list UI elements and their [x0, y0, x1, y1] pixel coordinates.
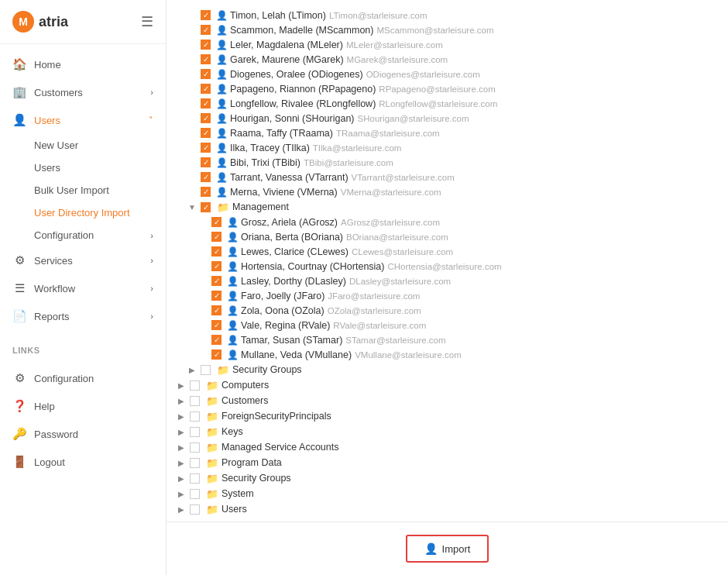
- check-diogenes[interactable]: ✓: [201, 69, 211, 79]
- expand-system[interactable]: ▶: [176, 488, 187, 499]
- folder-icon-management: 📁: [217, 201, 229, 213]
- expand-customers-folder[interactable]: ▶: [176, 395, 187, 406]
- check-computers[interactable]: [190, 380, 200, 391]
- check-oriana[interactable]: ✓: [211, 232, 221, 242]
- check-vale[interactable]: ✓: [211, 320, 221, 330]
- expand-diogenes[interactable]: [187, 69, 197, 80]
- sidebar-item-services-label: Services: [34, 255, 73, 267]
- check-timon[interactable]: ✓: [201, 10, 211, 20]
- tree-user-hortensia: ✓ 👤 Hortensia, Courtnay (CHortensia) CHo…: [176, 259, 719, 274]
- check-longfellow[interactable]: ✓: [201, 98, 211, 108]
- check-leler[interactable]: ✓: [201, 40, 211, 50]
- expand-program-data[interactable]: ▶: [176, 457, 187, 468]
- expand-hortensia[interactable]: [197, 261, 208, 272]
- sidebar-item-workflow[interactable]: ☰ Workflow ›: [0, 274, 166, 302]
- check-scammon[interactable]: ✓: [201, 25, 211, 35]
- check-papageno[interactable]: ✓: [201, 84, 211, 94]
- check-managed-service[interactable]: [190, 442, 200, 453]
- expand-longfellow[interactable]: [187, 98, 197, 109]
- customers-icon: 🏢: [12, 85, 26, 99]
- check-customers-folder[interactable]: [190, 396, 200, 406]
- logo-icon: M: [12, 11, 34, 33]
- check-security-groups[interactable]: [201, 365, 211, 375]
- sidebar-item-home[interactable]: 🏠 Home: [0, 50, 166, 78]
- expand-grosz[interactable]: [197, 217, 208, 228]
- check-bibi[interactable]: ✓: [201, 157, 211, 167]
- expand-lewes[interactable]: [197, 246, 208, 257]
- expand-papageno[interactable]: [187, 84, 197, 95]
- check-raama[interactable]: ✓: [201, 128, 211, 138]
- expand-faro[interactable]: [197, 291, 208, 301]
- check-hortensia[interactable]: ✓: [211, 261, 221, 271]
- tree-folder-system: ▶ 📁 System: [176, 486, 719, 501]
- expand-management[interactable]: ▼: [187, 201, 197, 212]
- sidebar-item-password[interactable]: 🔑 Password: [0, 420, 166, 448]
- sidebar-item-customers[interactable]: 🏢 Customers ›: [0, 78, 166, 106]
- check-lewes[interactable]: ✓: [211, 246, 221, 257]
- sub-nav-new-user[interactable]: New User: [0, 134, 166, 157]
- check-tamar[interactable]: ✓: [211, 335, 221, 345]
- user-icon-lasley: 👤: [227, 276, 239, 287]
- expand-vale[interactable]: [197, 320, 208, 331]
- import-button[interactable]: 👤 Import: [406, 535, 489, 563]
- hamburger-button[interactable]: ☰: [141, 13, 153, 30]
- check-zola[interactable]: ✓: [211, 305, 221, 315]
- expand-raama[interactable]: [187, 128, 197, 139]
- expand-keys[interactable]: ▶: [176, 426, 187, 437]
- expand-timon[interactable]: [187, 10, 197, 21]
- sidebar-item-services[interactable]: ⚙ Services ›: [0, 246, 166, 274]
- tree-user-lewes: ✓ 👤 Lewes, Clarice (CLewes) CLewes@starl…: [176, 244, 719, 259]
- check-lasley[interactable]: ✓: [211, 276, 221, 286]
- sub-nav-user-directory-import[interactable]: User Directory Import: [0, 201, 166, 224]
- expand-security-groups-root[interactable]: ▶: [176, 473, 187, 484]
- tree-folder-management: ▼ ✓ 📁 Management: [176, 199, 719, 215]
- expand-leler[interactable]: [187, 40, 197, 50]
- check-program-data[interactable]: [190, 458, 200, 468]
- expand-ilka[interactable]: [187, 143, 197, 153]
- import-button-label: Import: [442, 543, 471, 555]
- check-mullane[interactable]: ✓: [211, 349, 221, 360]
- sidebar-item-users[interactable]: 👤 Users ˅: [0, 106, 166, 134]
- check-faro[interactable]: ✓: [211, 291, 221, 301]
- expand-scammon[interactable]: [187, 25, 197, 36]
- expand-mullane[interactable]: [197, 349, 208, 360]
- expand-computers[interactable]: ▶: [176, 380, 187, 391]
- expand-merna[interactable]: [187, 187, 197, 198]
- sub-nav-users[interactable]: Users: [0, 157, 166, 179]
- sidebar-item-reports-label: Reports: [34, 311, 70, 322]
- check-garek[interactable]: ✓: [201, 54, 211, 64]
- check-foreign-security[interactable]: [190, 411, 200, 422]
- check-hourigan[interactable]: ✓: [201, 113, 211, 123]
- expand-oriana[interactable]: [197, 232, 208, 243]
- check-security-groups-root[interactable]: [190, 473, 200, 484]
- sub-nav-configuration[interactable]: Configuration ›: [0, 224, 166, 246]
- sidebar-item-reports[interactable]: 📄 Reports ›: [0, 302, 166, 330]
- sidebar-item-help[interactable]: ❓ Help: [0, 392, 166, 420]
- check-merna[interactable]: ✓: [201, 187, 211, 197]
- expand-zola[interactable]: [197, 305, 208, 316]
- expand-lasley[interactable]: [197, 276, 208, 287]
- expand-security-groups[interactable]: ▶: [187, 364, 197, 375]
- sidebar-item-configuration[interactable]: ⚙ Configuration: [0, 364, 166, 392]
- check-tarrant[interactable]: ✓: [201, 172, 211, 182]
- expand-tamar[interactable]: [197, 335, 208, 346]
- sub-nav-bulk-user-import[interactable]: Bulk User Import: [0, 179, 166, 201]
- sidebar-item-logout[interactable]: 🚪 Logout: [0, 448, 166, 476]
- expand-tarrant[interactable]: [187, 172, 197, 183]
- tree-folder-foreign-security: ▶ 📁 ForeignSecurityPrincipals: [176, 408, 719, 424]
- check-system[interactable]: [190, 489, 200, 499]
- expand-garek[interactable]: [187, 54, 197, 65]
- check-users-folder[interactable]: [190, 504, 200, 515]
- expand-users-folder[interactable]: ▶: [176, 504, 187, 515]
- expand-bibi[interactable]: [187, 157, 197, 168]
- expand-foreign-security[interactable]: ▶: [176, 411, 187, 422]
- check-management[interactable]: ✓: [201, 202, 211, 212]
- users-arrow: ˅: [149, 115, 153, 126]
- expand-hourigan[interactable]: [187, 113, 197, 124]
- expand-managed-service[interactable]: ▶: [176, 442, 187, 453]
- tree-folder-keys: ▶ 📁 Keys: [176, 424, 719, 439]
- check-grosz[interactable]: ✓: [211, 217, 221, 227]
- tree-user-timon: ✓ 👤 Timon, Lelah (LTimon) LTimon@starlei…: [176, 8, 719, 22]
- check-ilka[interactable]: ✓: [201, 143, 211, 153]
- check-keys[interactable]: [190, 427, 200, 437]
